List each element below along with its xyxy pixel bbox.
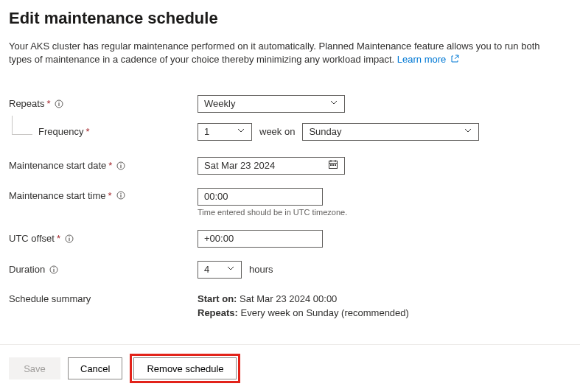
svg-point-4: [121, 164, 122, 164]
page-title: Edit maintenance schedule: [9, 9, 571, 28]
chevron-down-icon: [237, 126, 245, 137]
start-date-label: Maintenance start date: [9, 160, 106, 171]
duration-select[interactable]: 4: [198, 261, 242, 279]
remove-schedule-button[interactable]: Remove schedule: [133, 357, 237, 379]
info-icon[interactable]: [55, 99, 63, 108]
footer-bar: Save Cancel Remove schedule: [0, 344, 580, 392]
learn-more-link[interactable]: Learn more: [397, 54, 459, 65]
required-indicator: *: [85, 126, 89, 137]
svg-rect-10: [330, 164, 332, 166]
day-select[interactable]: Sunday: [302, 123, 479, 141]
week-on-text: week on: [259, 126, 295, 137]
start-time-label: Maintenance start time: [9, 190, 106, 201]
svg-rect-2: [59, 103, 60, 106]
intro-text: Your AKS cluster has regular maintenance…: [9, 40, 554, 67]
duration-label: Duration: [9, 264, 45, 275]
svg-rect-12: [335, 164, 336, 166]
svg-rect-11: [332, 164, 334, 166]
save-button: Save: [9, 357, 60, 379]
frequency-select[interactable]: 1: [198, 123, 252, 141]
repeats-value: Weekly: [204, 98, 235, 109]
start-time-value: 00:00: [204, 191, 228, 202]
indent-bracket: [12, 116, 32, 135]
start-date-input[interactable]: Sat Mar 23 2024: [198, 157, 345, 175]
chevron-down-icon: [464, 126, 472, 137]
svg-point-14: [120, 193, 121, 194]
info-icon[interactable]: [116, 161, 125, 170]
intro-body: Your AKS cluster has regular maintenance…: [9, 41, 539, 65]
summary-start-on-label: Start on:: [198, 293, 237, 304]
svg-point-20: [53, 267, 54, 268]
duration-unit: hours: [249, 264, 273, 275]
learn-more-label: Learn more: [397, 54, 446, 65]
summary-repeats-label: Repeats:: [198, 307, 238, 318]
svg-rect-15: [120, 195, 121, 197]
utc-offset-input[interactable]: +00:00: [198, 230, 323, 248]
info-icon[interactable]: [116, 191, 125, 200]
summary-repeats-value: Every week on Sunday (recommended): [241, 307, 409, 318]
svg-rect-21: [54, 269, 55, 272]
remove-highlight: Remove schedule: [130, 354, 240, 383]
svg-point-17: [69, 237, 69, 237]
start-date-value: Sat Mar 23 2024: [204, 160, 275, 171]
repeats-label: Repeats: [9, 98, 44, 109]
duration-value: 4: [204, 264, 209, 275]
info-icon[interactable]: [65, 234, 74, 243]
start-time-helper: Time entered should be in UTC timezone.: [198, 208, 347, 217]
svg-rect-18: [69, 238, 69, 241]
summary-block: Start on: Sat Mar 23 2024 00:00 Repeats:…: [198, 292, 409, 321]
chevron-down-icon: [226, 264, 235, 275]
cancel-button[interactable]: Cancel: [68, 357, 122, 379]
svg-point-1: [59, 102, 60, 102]
required-indicator: *: [108, 160, 112, 171]
external-link-icon: [450, 54, 459, 67]
utc-offset-value: +00:00: [204, 233, 234, 244]
required-indicator: *: [57, 233, 60, 244]
required-indicator: *: [108, 190, 112, 201]
required-indicator: *: [46, 98, 50, 109]
frequency-label: Frequency: [38, 126, 83, 137]
start-time-input[interactable]: 00:00: [198, 188, 323, 206]
utc-offset-label: UTC offset: [9, 233, 55, 244]
calendar-icon: [328, 159, 338, 172]
info-icon[interactable]: [49, 265, 58, 274]
svg-rect-5: [121, 165, 122, 168]
summary-label: Schedule summary: [9, 293, 91, 304]
repeats-select[interactable]: Weekly: [198, 95, 345, 113]
day-value: Sunday: [309, 126, 341, 137]
summary-start-on-value: Sat Mar 23 2024 00:00: [240, 293, 337, 304]
frequency-value: 1: [204, 126, 209, 137]
chevron-down-icon: [329, 98, 338, 109]
